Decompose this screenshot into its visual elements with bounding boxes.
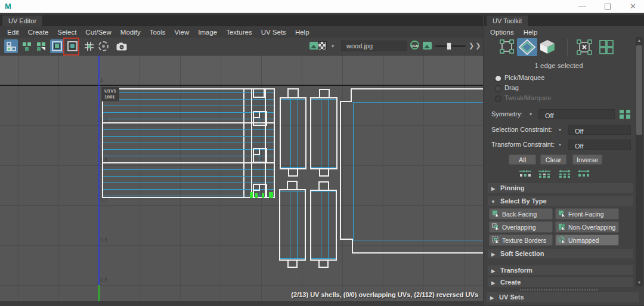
- menu-select[interactable]: Select: [57, 29, 76, 36]
- menu-cut-sew[interactable]: Cut/Sew: [85, 29, 111, 36]
- grow-selection-icon[interactable]: [577, 169, 590, 180]
- uv-edge[interactable]: [311, 99, 336, 100]
- section-soft-selection[interactable]: ▶ Soft Selection: [488, 249, 633, 258]
- uv-edge[interactable]: [321, 191, 321, 259]
- uv-edge[interactable]: [321, 99, 321, 168]
- menu-image[interactable]: Image: [198, 29, 217, 36]
- selected-uv-edge[interactable]: [250, 192, 253, 198]
- grid-display-icon[interactable]: [82, 39, 96, 53]
- uv-edge[interactable]: [103, 169, 274, 170]
- dim-image-icon[interactable]: [98, 41, 109, 51]
- selection-constraint-field[interactable]: Off: [568, 125, 631, 135]
- inverse-selection-button[interactable]: Inverse: [572, 154, 602, 165]
- section-uv-sets[interactable]: ▶ UV Sets: [487, 292, 639, 302]
- menu-tools[interactable]: Tools: [150, 29, 166, 36]
- move-shell-icon[interactable]: [20, 39, 33, 53]
- section-transform[interactable]: ▶ Transform: [488, 265, 633, 275]
- checker-map-icon[interactable]: [318, 41, 327, 50]
- snapshot-camera-icon[interactable]: [114, 39, 128, 53]
- section-create[interactable]: ▶ Create: [488, 277, 633, 287]
- uv-edge[interactable]: [103, 183, 274, 183]
- rgb-channels-icon[interactable]: RGB: [410, 41, 419, 50]
- exposure-slider-handle[interactable]: [447, 42, 451, 50]
- menu-view[interactable]: View: [175, 29, 190, 36]
- uv-canvas[interactable]: 1 0.9 0.8 0.7 0.6 0.5: [0, 55, 483, 301]
- non-overlapping-button[interactable]: Non-Overlapping: [555, 221, 619, 233]
- tab-uv-toolkit[interactable]: UV Toolkit: [487, 16, 528, 27]
- shrink-selection-icon[interactable]: [519, 169, 532, 180]
- uv-edge[interactable]: [259, 155, 259, 162]
- menu-textures[interactable]: Textures: [226, 29, 252, 36]
- uv-edge[interactable]: [103, 156, 274, 156]
- scrollbar-thumb[interactable]: [636, 45, 642, 135]
- menu-edit[interactable]: Edit: [7, 29, 19, 36]
- uv-edge[interactable]: [103, 99, 274, 100]
- uv-edge[interactable]: [281, 99, 305, 100]
- uv-edge[interactable]: [259, 191, 259, 197]
- uv-edge[interactable]: [298, 99, 298, 168]
- selected-uv-edge[interactable]: [262, 193, 264, 198]
- uv-edge[interactable]: [297, 191, 298, 259]
- uv-edge[interactable]: [353, 102, 483, 103]
- section-select-by-type[interactable]: ▼ Select By Type: [488, 196, 633, 206]
- uv-edge[interactable]: [311, 258, 336, 259]
- uv-edge[interactable]: [280, 191, 305, 191]
- toolkit-scrollbar[interactable]: ▲ ▼: [636, 37, 643, 286]
- uv-edge[interactable]: [103, 119, 274, 119]
- uv-edge[interactable]: [259, 118, 259, 125]
- back-facing-button[interactable]: Back-Facing: [489, 208, 553, 220]
- close-icon[interactable]: ✕: [630, 2, 636, 11]
- toolkit-menu-options[interactable]: Options: [490, 29, 514, 36]
- uv-edge[interactable]: [103, 92, 274, 93]
- front-facing-button[interactable]: Front-Facing: [555, 208, 619, 220]
- uv-edge[interactable]: [353, 102, 354, 241]
- uv-edge[interactable]: [103, 112, 274, 113]
- tab-uv-editor[interactable]: UV Editor: [2, 16, 42, 27]
- uv-edge[interactable]: [290, 191, 290, 259]
- selected-uv-edge[interactable]: [255, 193, 258, 198]
- unmapped-button[interactable]: Unmapped: [555, 234, 619, 246]
- selection-constraint-caret-icon[interactable]: ▾: [559, 127, 561, 132]
- select-all-button[interactable]: All: [509, 154, 536, 165]
- uv-edge[interactable]: [328, 191, 329, 259]
- uv-layout-icon[interactable]: [4, 39, 18, 53]
- uv-edge[interactable]: [103, 106, 274, 106]
- grow-loop-icon[interactable]: [558, 169, 571, 180]
- uv-edge[interactable]: [103, 189, 274, 190]
- uv-shell-right-top[interactable]: [351, 88, 483, 89]
- uv-edge[interactable]: [103, 129, 274, 130]
- uv-edge[interactable]: [311, 191, 336, 192]
- face-mode-icon[interactable]: [540, 39, 555, 54]
- uv-mode-icon[interactable]: [577, 39, 592, 55]
- uv-edge[interactable]: [281, 167, 305, 168]
- uv-edge[interactable]: [353, 240, 483, 240]
- panel-splitter-handle[interactable]: [520, 289, 597, 290]
- menu-help[interactable]: Help: [295, 29, 309, 36]
- uv-shell-pill[interactable]: [279, 189, 306, 261]
- uv-edge[interactable]: [280, 258, 305, 259]
- scroll-down-icon[interactable]: ▼: [636, 279, 643, 286]
- uv-edge[interactable]: [290, 99, 291, 168]
- drag-radio[interactable]: [495, 85, 501, 92]
- section-pinning[interactable]: ▶ Pinning: [488, 183, 633, 193]
- selected-uv-edge[interactable]: [269, 192, 273, 198]
- uv-edge[interactable]: [328, 99, 329, 168]
- uv-edge[interactable]: [103, 143, 274, 143]
- uv-shell-pill[interactable]: [280, 97, 306, 169]
- transform-constraint-caret-icon[interactable]: ▾: [559, 142, 561, 147]
- uv-shell-pill[interactable]: [310, 190, 337, 261]
- overlapping-button[interactable]: Overlapping: [489, 221, 553, 233]
- toolkit-menu-help[interactable]: Help: [524, 29, 538, 36]
- pick-marquee-radio[interactable]: [495, 75, 501, 82]
- maximize-icon[interactable]: [605, 4, 611, 10]
- uv-edge[interactable]: [103, 176, 274, 177]
- symmetry-icon[interactable]: [619, 109, 631, 119]
- image-display-icon[interactable]: [423, 42, 432, 50]
- fold-shell-icon[interactable]: [34, 39, 48, 53]
- texture-dropdown-caret-icon[interactable]: ▾: [332, 44, 334, 49]
- symmetry-caret-icon[interactable]: ▾: [530, 112, 532, 117]
- uv-shell-mode-icon[interactable]: [599, 39, 614, 55]
- uv-edge[interactable]: [103, 149, 274, 150]
- edge-mode-icon[interactable]: [517, 38, 537, 56]
- uv-shell-left[interactable]: [102, 88, 244, 198]
